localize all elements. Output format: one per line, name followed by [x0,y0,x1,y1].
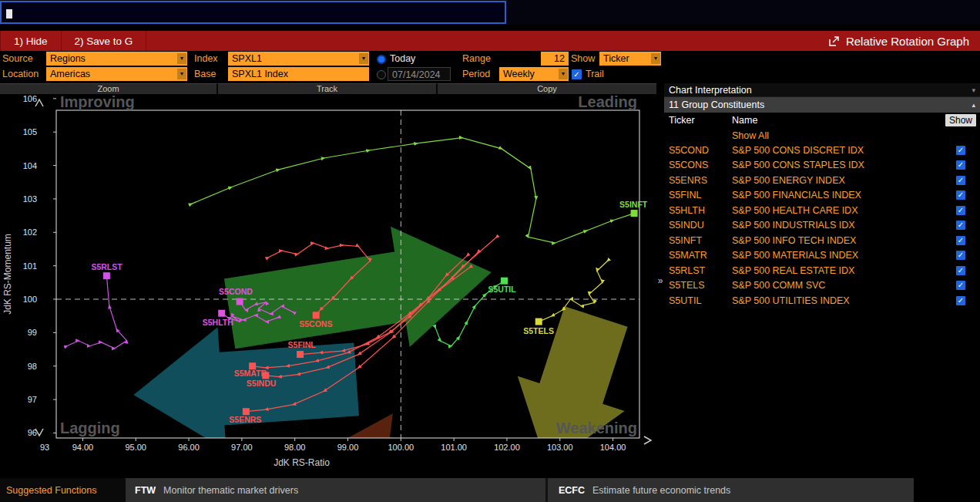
x-tick-label: 104.00 [600,443,626,452]
x-tick-label: 100.00 [388,443,414,452]
table-row[interactable]: S5UTILS&P 500 UTILITIES INDEX✓ [664,293,980,308]
show-column-header[interactable]: Show [945,114,976,126]
ticker-cell: S5CONS [664,160,732,170]
function-desc: Estimate future economic trends [592,485,730,496]
constituents-body: S5CONDS&P 500 CONS DISCRET IDX✓S5CONSS&P… [664,143,980,308]
export-icon[interactable] [828,35,840,47]
chevron-down-icon[interactable]: ▾ [972,86,975,94]
chevron-down-icon[interactable]: ▼ [559,69,568,79]
x-edge-label: 93 [40,443,49,452]
ticker-cell: S5COND [664,145,732,156]
ticker-cell: S5ENRS [664,175,732,186]
endpoint-S5HLTH [218,310,225,317]
today-radio[interactable] [377,55,386,64]
y-tick-label: 106 [23,94,37,103]
x-tick-label: 102.00 [494,443,520,452]
ticker-label-S5COND: S5COND [219,287,253,296]
table-row[interactable]: S5HLTHS&P 500 HEALTH CARE IDX✓ [664,203,980,218]
page-title: Relative Rotation Graph [846,35,969,48]
show-all-row[interactable]: Show All [664,128,980,143]
copy-section-header[interactable]: Copy [438,83,656,94]
table-row[interactable]: S5INDUS&P 500 INDUSTRIALS IDX✓ [664,218,980,234]
chevron-down-icon[interactable]: ▼ [177,69,186,79]
command-bar [0,0,980,25]
table-row[interactable]: S5INFTS&P 500 INFO TECH INDEX✓ [664,233,980,248]
constituents-panel: Chart Interpretation ▾ 11 Group Constitu… [664,83,980,478]
show-checkbox[interactable]: ✓ [956,266,965,275]
x-axis-title: JdK RS-Ratio [274,457,330,468]
trail-label: Trail [586,67,604,82]
name-cell: S&P 500 INDUSTRIALS IDX [732,220,941,231]
chevron-down-icon[interactable]: ▼ [651,53,660,64]
show-checkbox[interactable]: ✓ [956,251,965,260]
show-checkbox[interactable]: ✓ [956,281,965,290]
suggested-function-ecfc[interactable]: ECFC Estimate future economic trends [559,478,730,502]
date-input[interactable]: 07/14/2024 [388,67,451,81]
source-dropdown[interactable]: Regions ▼ [46,52,187,66]
x-axis-right-arrow[interactable] [644,436,651,444]
endpoint-S5RLST [103,272,110,279]
function-code: FTW [135,485,156,496]
chevron-up-icon[interactable]: ▴ [972,101,975,109]
group-constituents-header[interactable]: 11 Group Constituents ▴ [664,97,980,113]
track-section-header[interactable]: Track [218,83,438,94]
table-row[interactable]: S5CONSS&P 500 CONS STAPLES IDX✓ [664,158,980,174]
save-to-g-button[interactable]: 2) Save to G [62,31,147,51]
name-cell: S&P 500 COMM SVC [732,280,941,291]
base-input[interactable]: SPXL1 Index [228,67,369,81]
location-dropdown[interactable]: Americas ▼ [46,67,187,81]
name-cell: S&P 500 UTILITIES INDEX [732,295,941,306]
date-radio[interactable] [377,70,386,79]
show-checkbox[interactable]: ✓ [956,160,965,170]
trail-S5INFT[interactable]: S5INFT [192,138,648,244]
ticker-cell: S5INDU [664,220,732,231]
show-checkbox[interactable]: ✓ [956,296,965,305]
show-label: Show [571,52,595,66]
chart-interpretation-row[interactable]: Chart Interpretation ▾ [664,83,980,97]
show-checkbox[interactable]: ✓ [956,146,965,155]
function-code: ECFC [559,485,585,496]
name-cell: S&P 500 INFO TECH INDEX [732,235,941,246]
quadrant-improving: Improving [60,94,135,110]
panel-collapse-handle[interactable]: » [656,83,664,478]
trail-S5RLST[interactable]: S5RLST [67,262,127,349]
table-row[interactable]: S5FINLS&P 500 FINANCIALS INDEX✓ [664,188,980,204]
y-tick-label: 101 [23,261,37,271]
show-checkbox[interactable]: ✓ [956,221,965,230]
range-input[interactable]: 12 [541,52,569,66]
show-dropdown[interactable]: Ticker ▼ [599,52,661,66]
location-label: Location [2,67,39,82]
show-all-link[interactable]: Show All [732,130,941,141]
show-checkbox[interactable]: ✓ [956,206,965,215]
name-column-header[interactable]: Name [732,115,941,126]
chevron-down-icon[interactable]: ▼ [177,53,186,64]
ticker-label-S5FINL: S5FINL [288,340,317,349]
x-tick-label: 94.00 [72,443,94,452]
y-tick-label: 99 [28,328,37,337]
table-row[interactable]: S5ENRSS&P 500 ENERGY INDEX✓ [664,173,980,188]
show-checkbox[interactable]: ✓ [956,236,965,245]
name-cell: S&P 500 MATERIALS INDEX [732,250,941,261]
ticker-cell: S5MATR [664,250,732,261]
ticker-label-S5INFT: S5INFT [619,200,648,209]
show-checkbox[interactable]: ✓ [956,176,965,185]
table-row[interactable]: S5TELSS&P 500 COMM SVC✓ [664,278,980,294]
period-dropdown[interactable]: Weekly ▼ [499,67,569,81]
suggested-function-ftw[interactable]: FTW Monitor thematic market drivers [135,478,298,502]
trail-checkbox[interactable]: ✓ [572,69,582,79]
table-row[interactable]: S5MATRS&P 500 MATERIALS INDEX✓ [664,248,980,264]
command-input[interactable] [0,1,506,24]
statusbar-divider [545,478,548,502]
hide-button[interactable]: 1) Hide [0,31,62,51]
x-tick-label: 97.00 [231,443,253,452]
chevron-down-icon[interactable]: ▼ [359,53,368,64]
x-tick-label: 98.00 [284,443,306,452]
ticker-column-header[interactable]: Ticker [664,115,732,126]
table-row[interactable]: S5RLSTS&P 500 REAL ESTATE IDX✓ [664,263,980,278]
rrg-chart[interactable]: ImprovingLeadingLaggingWeakening94.0095.… [0,94,656,478]
show-checkbox[interactable]: ✓ [956,190,965,200]
zoom-section-header[interactable]: Zoom [0,83,218,94]
quadrant-weakening: Weakening [556,419,637,436]
table-row[interactable]: S5CONDS&P 500 CONS DISCRET IDX✓ [664,143,980,158]
index-dropdown[interactable]: SPXL1 ▼ [228,52,369,66]
